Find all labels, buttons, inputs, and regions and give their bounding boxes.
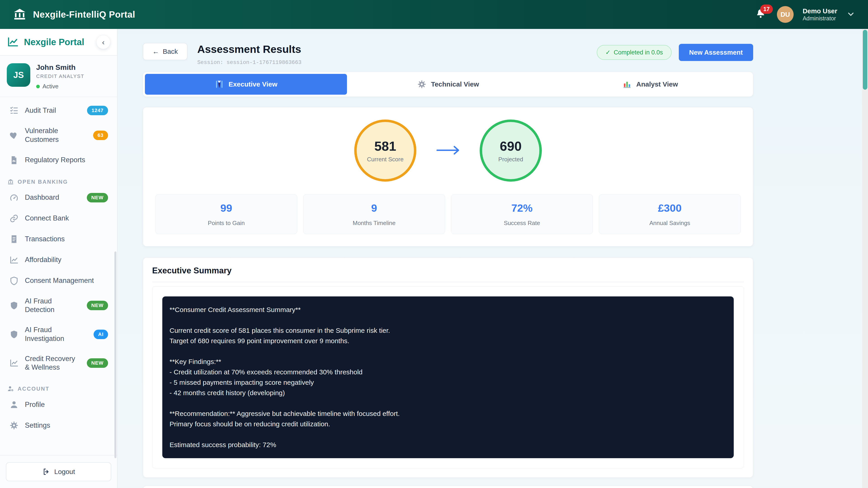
current-score-value: 581 bbox=[374, 138, 396, 154]
sidebar-item-settings[interactable]: Settings bbox=[5, 416, 112, 435]
notification-count-badge: 17 bbox=[760, 4, 773, 14]
logout-button[interactable]: Logout bbox=[6, 462, 111, 481]
new-badge: NEW bbox=[87, 358, 108, 368]
sidebar-item-profile[interactable]: Profile bbox=[5, 395, 112, 414]
score-panel: 581 Current Score 690 Projected 99 Point… bbox=[143, 107, 753, 247]
bank-icon bbox=[7, 178, 14, 185]
report-document-icon bbox=[9, 156, 19, 165]
sidebar-item-regulatory-reports[interactable]: Regulatory Reports bbox=[5, 151, 112, 169]
user-profile-card: JS John Smith CREDIT ANALYST Active bbox=[0, 56, 117, 97]
gear-icon bbox=[417, 79, 427, 89]
new-badge: NEW bbox=[87, 193, 108, 202]
user-role: Administrator bbox=[803, 15, 837, 22]
page-scrollbar-track[interactable] bbox=[862, 29, 868, 488]
sidebar-item-affordability[interactable]: Affordability bbox=[5, 251, 112, 269]
sidebar-scrollbar[interactable] bbox=[114, 252, 116, 458]
user-icon bbox=[9, 400, 19, 410]
sidebar: Nexgile Portal ‹ JS John Smith CREDIT AN… bbox=[0, 29, 118, 488]
shield-icon bbox=[9, 301, 19, 310]
bank-logo-icon bbox=[13, 7, 27, 22]
status-dot bbox=[36, 85, 40, 88]
notifications-button[interactable]: 17 bbox=[755, 8, 768, 21]
sidebar-footer: Logout bbox=[0, 455, 117, 488]
user-gear-icon bbox=[7, 385, 14, 392]
new-badge: NEW bbox=[87, 301, 108, 310]
sidebar-section-account: ACCOUNT bbox=[7, 385, 110, 392]
user-avatar[interactable]: DU bbox=[777, 6, 794, 23]
tab-executive-view[interactable]: Executive View bbox=[145, 74, 347, 95]
sidebar-collapse-button[interactable]: ‹ bbox=[96, 35, 110, 49]
user-name: Demo User bbox=[803, 7, 837, 15]
sidebar-item-audit-trail[interactable]: Audit Trail 1247 bbox=[5, 101, 112, 120]
next-section-card bbox=[143, 486, 753, 488]
heart-icon bbox=[9, 131, 19, 140]
profile-role: CREDIT ANALYST bbox=[36, 73, 84, 79]
logout-icon bbox=[42, 468, 50, 476]
receipt-icon bbox=[9, 234, 19, 244]
new-assessment-button[interactable]: New Assessment bbox=[679, 44, 753, 61]
chevron-down-icon[interactable] bbox=[846, 9, 855, 20]
shield-icon bbox=[9, 330, 19, 339]
page-header: ← Back Assessment Results Session: sessi… bbox=[143, 43, 753, 66]
sidebar-item-connect-bank[interactable]: Connect Bank bbox=[5, 209, 112, 228]
sidebar-section-open-banking: OPEN BANKING bbox=[7, 178, 110, 185]
app-title: Nexgile-FintelliQ Portal bbox=[33, 9, 135, 20]
page-scrollbar-thumb[interactable] bbox=[863, 30, 867, 90]
view-tabs: Executive View Technical View Analyst Vi… bbox=[143, 72, 753, 97]
chart-line-icon bbox=[7, 36, 19, 48]
current-score-circle: 581 Current Score bbox=[354, 120, 416, 182]
metric-months-timeline: 9 Months Timeline bbox=[303, 194, 445, 234]
back-arrow-icon: ← bbox=[152, 48, 159, 55]
check-icon: ✓ bbox=[605, 49, 611, 56]
count-badge: 1247 bbox=[87, 106, 108, 115]
sidebar-nav: Audit Trail 1247 Vulnerable Customers 63… bbox=[0, 97, 117, 455]
user-info[interactable]: Demo User Administrator bbox=[803, 7, 837, 22]
metric-success-rate: 72% Success Rate bbox=[451, 194, 593, 234]
gauge-icon bbox=[9, 193, 19, 202]
status-badge: ✓ Completed in 0.0s bbox=[597, 45, 671, 60]
gear-icon bbox=[9, 421, 19, 430]
tab-analyst-view[interactable]: Analyst View bbox=[549, 74, 751, 95]
ai-badge: AI bbox=[94, 330, 108, 339]
chart-line-icon bbox=[9, 255, 19, 265]
sidebar-item-transactions[interactable]: Transactions bbox=[5, 230, 112, 249]
sidebar-item-vulnerable-customers[interactable]: Vulnerable Customers 63 bbox=[5, 122, 112, 149]
metrics-row: 99 Points to Gain 9 Months Timeline 72% … bbox=[155, 194, 741, 234]
current-score-label: Current Score bbox=[367, 156, 404, 163]
chart-line-icon bbox=[9, 358, 19, 368]
executive-summary-card: Executive Summary **Consumer Credit Asse… bbox=[143, 258, 753, 478]
profile-avatar: JS bbox=[7, 63, 30, 87]
metric-points-to-gain: 99 Points to Gain bbox=[155, 194, 297, 234]
tab-technical-view[interactable]: Technical View bbox=[347, 74, 549, 95]
sidebar-item-consent-management[interactable]: Consent Management bbox=[5, 271, 112, 290]
status-label: Active bbox=[42, 83, 59, 90]
sidebar-item-credit-recovery-wellness[interactable]: Credit Recovery & Wellness NEW bbox=[5, 350, 112, 377]
shield-icon bbox=[9, 276, 19, 286]
app-header: Nexgile-FintelliQ Portal 17 DU Demo User… bbox=[0, 0, 868, 29]
bar-chart-icon bbox=[622, 79, 632, 89]
summary-text-block: **Consumer Credit Assessment Summary** C… bbox=[162, 296, 734, 458]
profile-name: John Smith bbox=[36, 63, 84, 72]
divider bbox=[152, 282, 744, 282]
sidebar-item-ai-fraud-investigation[interactable]: AI Fraud Investigation AI bbox=[5, 321, 112, 348]
page-title: Assessment Results bbox=[197, 43, 302, 55]
projected-score-circle: 690 Projected bbox=[480, 120, 542, 182]
checklist-icon bbox=[9, 106, 19, 115]
session-id: Session: session-1-1767119863663 bbox=[197, 59, 302, 66]
arrow-right-icon bbox=[434, 143, 462, 158]
metric-annual-savings: £300 Annual Savings bbox=[599, 194, 741, 234]
link-icon bbox=[9, 214, 19, 223]
summary-inner-box: **Consumer Credit Assessment Summary** C… bbox=[152, 286, 744, 468]
projected-score-label: Projected bbox=[498, 156, 523, 163]
count-badge: 63 bbox=[93, 131, 108, 140]
sidebar-item-dashboard[interactable]: Dashboard NEW bbox=[5, 188, 112, 207]
main-content: ← Back Assessment Results Session: sessi… bbox=[118, 29, 868, 488]
back-button[interactable]: ← Back bbox=[143, 43, 187, 60]
sidebar-item-ai-fraud-detection[interactable]: AI Fraud Detection NEW bbox=[5, 292, 112, 319]
sidebar-brand-row: Nexgile Portal ‹ bbox=[0, 29, 117, 56]
executive-summary-heading: Executive Summary bbox=[152, 266, 744, 275]
projected-score-value: 690 bbox=[500, 138, 522, 154]
brand-name: Nexgile Portal bbox=[24, 37, 91, 47]
necktie-icon bbox=[215, 79, 224, 89]
